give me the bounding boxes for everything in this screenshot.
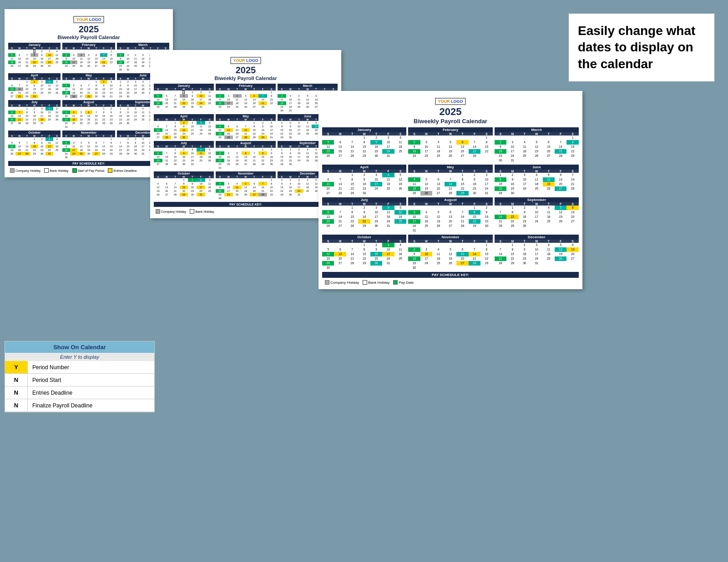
- back-calendars-mid: April SMTWTFS 12345 6789101112 131415161…: [8, 73, 169, 98]
- logo-mid: YOUR LOGO: [230, 57, 261, 64]
- soc-row-finalize: N Finalize Payroll Deadline: [5, 399, 154, 412]
- cal-jun-front: June SMTWTFS 1234567 891011121314 151617…: [495, 165, 579, 196]
- cal-jan-mid: January SMTWTFS 1234 567891011 121314151…: [154, 84, 214, 112]
- document-back: YOUR LOGO 2025 Biweekly Payroll Calendar…: [5, 9, 173, 177]
- cal-mar-front: March SMTWTFS 1 2345678 9101112131415 16…: [495, 127, 579, 163]
- soc-subtitle: Enter Y to display: [5, 353, 154, 361]
- document-mid: YOUR LOGO 2025 Biweekly Payroll Calendar…: [150, 50, 341, 218]
- cal-dec-front: December SMTWTFS 123456 78910111213 1415…: [495, 235, 579, 270]
- cal-may: May SMTWTFS 123 45678910 11121314151617 …: [62, 73, 115, 98]
- cal-oct: October SMTWTFS 1234 567891011 121314151…: [8, 130, 61, 159]
- soc-row-entries: N Entries Deadline: [5, 386, 154, 399]
- doc-mid-year: 2025: [154, 65, 338, 75]
- soc-label-finalize: Finalize Payroll Deadline: [28, 400, 97, 411]
- right-text-panel: Easily change what dates to display on t…: [569, 14, 714, 81]
- soc-label-entries: Entries Deadline: [28, 387, 77, 399]
- mid-calendars-bot2: October SMTWTFS 1234 567891011 121314151…: [154, 171, 338, 200]
- doc-back-year: 2025: [8, 24, 169, 35]
- back-calendars-top: January SMTWTFS 1234 567891011 121314151…: [8, 43, 169, 71]
- cal-may-mid: May SMTWTFS 123 45678910 11121314151617 …: [216, 114, 276, 139]
- pay-key-label: PAY SCHEDULE KEY:: [8, 161, 169, 166]
- logo-front: YOUR LOGO: [435, 98, 465, 105]
- logo-back: YOUR LOGO: [73, 16, 104, 23]
- doc-front-title: Biweekly Payroll Calendar: [322, 118, 579, 125]
- front-calendars-mid1: April SMTWTFS 12345 6789101112 131415161…: [322, 165, 579, 196]
- back-calendars-bot2: October SMTWTFS 1234 567891011 121314151…: [8, 130, 169, 159]
- cal-aug-front: August SMTWTFS 12 3456789 10111213141516…: [408, 197, 492, 233]
- document-front: YOUR LOGO 2025 Biweekly Payroll Calendar…: [318, 91, 582, 289]
- right-text-content: Easily change what dates to display on t…: [578, 24, 695, 71]
- cal-feb-mid: February SMTWTFS 1 2345678 9101112131415…: [216, 84, 276, 112]
- cal-oct-front: October SMTWTFS 1234 567891011 121314151…: [322, 235, 406, 270]
- cal-sep-front: September SMTWTFS 123456 78910111213 141…: [495, 197, 579, 233]
- soc-header: Show On Calendar: [5, 341, 154, 353]
- front-calendars-bot: October SMTWTFS 1234 567891011 121314151…: [322, 235, 579, 270]
- soc-val-period-start: N: [5, 374, 28, 386]
- cal-aug: August SMTWTFS 12 3456789 10111213141516…: [62, 100, 115, 129]
- doc-back-title: Biweekly Payroll Calendar: [8, 35, 169, 40]
- soc-label-period-start: Period Start: [28, 374, 66, 386]
- start-key-label: Start of Pay Period: [78, 169, 105, 172]
- soc-val-period-number: Y: [5, 361, 28, 373]
- cal-nov-front: November SMTWTFS 1 2345678 9101112131415…: [408, 235, 492, 270]
- doc-mid-title: Biweekly Payroll Calendar: [154, 75, 338, 81]
- pay-key-back: Company Holiday Bank Holiday Start of Pa…: [8, 167, 169, 174]
- cal-apr: April SMTWTFS 12345 6789101112 131415161…: [8, 73, 61, 98]
- show-on-calendar-panel: Show On Calendar Enter Y to display Y Pe…: [5, 341, 155, 412]
- cal-apr-front: April SMTWTFS 12345 6789101112 131415161…: [322, 165, 406, 196]
- pay-key-front-label: PAY SCHEDULE KEY:: [322, 272, 579, 278]
- cal-jan: January SMTWTFS 1234 567891011 121314151…: [8, 43, 61, 71]
- cal-jul-mid: July SMTWTFS 12345 6789101112 1314151617…: [154, 141, 214, 170]
- doc-front-header: YOUR LOGO 2025 Biweekly Payroll Calendar: [322, 95, 579, 125]
- cal-feb-front: February SMTWTFS 1 2345678 9101112131415…: [408, 127, 492, 163]
- pay-key-front: Company Holiday Bank Holiday Pay Date: [322, 279, 579, 286]
- soc-val-finalize: N: [5, 399, 28, 411]
- cal-feb: February SMTWTFS 1 2345678 9101112131415…: [62, 43, 115, 71]
- doc-front-year: 2025: [322, 106, 579, 118]
- soc-row-period-start: N Period Start: [5, 374, 154, 386]
- cal-jul: July SMTWTFS 12345 6789101112 1314151617…: [8, 100, 61, 129]
- cal-oct-mid: October SMTWTFS 1234 567891011 121314151…: [154, 171, 214, 200]
- cal-nov: November SMTWTFS 1 2345678 9101112131415…: [62, 130, 115, 159]
- cal-apr-mid: April SMTWTFS 12345 6789101112 131415161…: [154, 114, 214, 139]
- cal-aug-mid: August SMTWTFS 12 3456789 10111213141516…: [216, 141, 276, 170]
- cal-nov-mid: November SMTWTFS 1 2345678 9101112131415…: [216, 171, 276, 200]
- mid-calendars-bot1: July SMTWTFS 12345 6789101112 1314151617…: [154, 141, 338, 170]
- mid-calendars-top: January SMTWTFS 1234 567891011 121314151…: [154, 84, 338, 112]
- pay-key-mid: Company Holiday Bank Holiday: [154, 208, 338, 215]
- soc-row-period-number: Y Period Number: [5, 361, 154, 374]
- cal-may-front: May SMTWTFS 123 45678910 11121314151617 …: [408, 165, 492, 196]
- pay-key-mid-label: PAY SCHEDULE KEY:: [154, 202, 338, 207]
- mid-calendars-mid: April SMTWTFS 12345 6789101112 131415161…: [154, 114, 338, 139]
- back-calendars-bot1: July SMTWTFS 12345 6789101112 1314151617…: [8, 100, 169, 129]
- front-calendars-top: January SMTWTFS 1234 567891011 121314151…: [322, 127, 579, 163]
- cal-jan-front: January SMTWTFS 1234 567891011 121314151…: [322, 127, 406, 163]
- doc-mid-header: YOUR LOGO 2025 Biweekly Payroll Calendar: [154, 54, 338, 82]
- soc-val-entries: N: [5, 386, 28, 399]
- cal-jul-front: July SMTWTFS 12345 6789101112 1314151617…: [322, 197, 406, 233]
- soc-label-period-number: Period Number: [28, 361, 74, 373]
- doc-back-header: YOUR LOGO 2025 Biweekly Payroll Calendar: [8, 13, 169, 41]
- front-calendars-mid2: July SMTWTFS 12345 6789101112 1314151617…: [322, 197, 579, 233]
